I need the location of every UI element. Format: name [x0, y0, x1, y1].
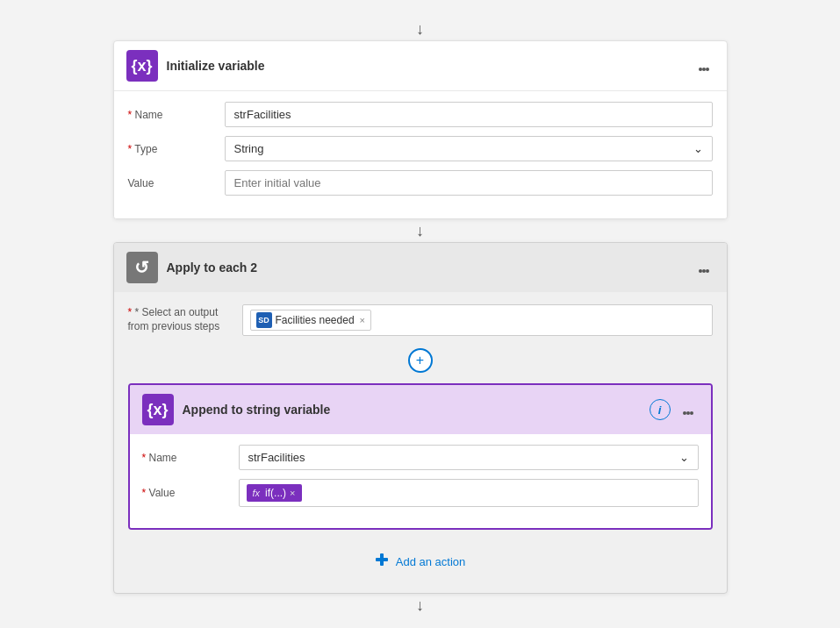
- svg-rect-1: [380, 553, 384, 566]
- append-string-body: Name strFacilities ⌄ Value: [130, 434, 711, 528]
- append-string-header-left: {x} Append to string variable: [142, 394, 331, 425]
- name-input[interactable]: [225, 102, 713, 127]
- type-label: Type: [128, 143, 225, 155]
- value-label: Value: [128, 177, 225, 189]
- value-input[interactable]: [225, 170, 713, 196]
- append-string-header: {x} Append to string variable i: [130, 385, 711, 434]
- facilities-token: SD Facilities needed ×: [250, 310, 372, 331]
- apply-each-menu-button[interactable]: [693, 257, 714, 279]
- type-select[interactable]: String ⌄: [225, 136, 713, 161]
- if-token-label: if(...): [265, 487, 286, 499]
- if-token: fx if(...) ×: [247, 484, 302, 502]
- init-variable-header: {x} Initialize variable: [114, 41, 727, 90]
- append-name-field-row: Name strFacilities ⌄: [142, 445, 699, 470]
- token-label: Facilities needed: [276, 314, 355, 326]
- append-string-icon: {x}: [142, 394, 174, 425]
- select-output-input[interactable]: SD Facilities needed ×: [242, 304, 713, 336]
- middle-arrow: ↓: [416, 223, 424, 239]
- add-action-icon: [375, 553, 389, 570]
- init-variable-title: Initialize variable: [167, 59, 265, 73]
- append-name-label: Name: [142, 452, 239, 464]
- chevron-down-icon: ⌄: [693, 142, 703, 155]
- chevron-down-icon: ⌄: [679, 451, 689, 464]
- fx-icon: fx: [253, 488, 261, 498]
- info-icon[interactable]: i: [650, 399, 671, 420]
- type-field-row: Type String ⌄: [128, 136, 713, 161]
- token-icon: SD: [256, 312, 272, 328]
- token-close-button[interactable]: ×: [360, 315, 365, 325]
- if-token-close-button[interactable]: ×: [290, 488, 295, 498]
- flow-container: ↓ {x} Initialize variable Name: [113, 9, 728, 619]
- append-string-title: Append to string variable: [183, 403, 331, 417]
- name-field-row: Name: [128, 102, 713, 127]
- apply-each-icon: ↺: [126, 252, 158, 283]
- init-variable-menu-button[interactable]: [693, 55, 714, 77]
- type-value: String: [234, 142, 264, 155]
- bottom-arrow: ↓: [416, 597, 424, 613]
- apply-each-header-left: ↺ Apply to each 2: [126, 252, 257, 283]
- append-value-input[interactable]: fx if(...) ×: [239, 479, 699, 507]
- init-variable-icon: {x}: [126, 50, 158, 82]
- select-output-row: * * Select an output from previous steps…: [128, 304, 713, 336]
- append-name-select[interactable]: strFacilities ⌄: [239, 445, 699, 470]
- add-plus-button[interactable]: +: [408, 348, 433, 373]
- apply-each-title: Apply to each 2: [167, 260, 257, 275]
- name-label: Name: [128, 109, 225, 121]
- append-value-field-row: Value fx if(...) ×: [142, 479, 699, 507]
- select-output-label: * * Select an output from previous steps: [128, 306, 242, 333]
- top-arrow: ↓: [416, 21, 424, 37]
- init-variable-body: Name Type String ⌄ Value: [114, 90, 727, 218]
- apply-each-card: ↺ Apply to each 2 * * Select an output f…: [113, 242, 728, 594]
- plus-button-row: +: [128, 348, 713, 373]
- apply-each-body: * * Select an output from previous steps…: [114, 292, 727, 593]
- append-string-actions: i: [650, 399, 699, 421]
- apply-each-header: ↺ Apply to each 2: [114, 243, 727, 292]
- add-action-label: Add an action: [396, 555, 466, 568]
- append-value-label: Value: [142, 487, 239, 499]
- append-name-value: strFacilities: [248, 451, 305, 464]
- init-variable-card: {x} Initialize variable Name Type: [113, 40, 728, 219]
- append-string-menu-button[interactable]: [678, 399, 699, 421]
- append-string-card: {x} Append to string variable i: [128, 383, 713, 530]
- value-field-row: Value: [128, 170, 713, 196]
- init-variable-header-left: {x} Initialize variable: [126, 50, 265, 82]
- add-action-row[interactable]: Add an action: [128, 542, 713, 581]
